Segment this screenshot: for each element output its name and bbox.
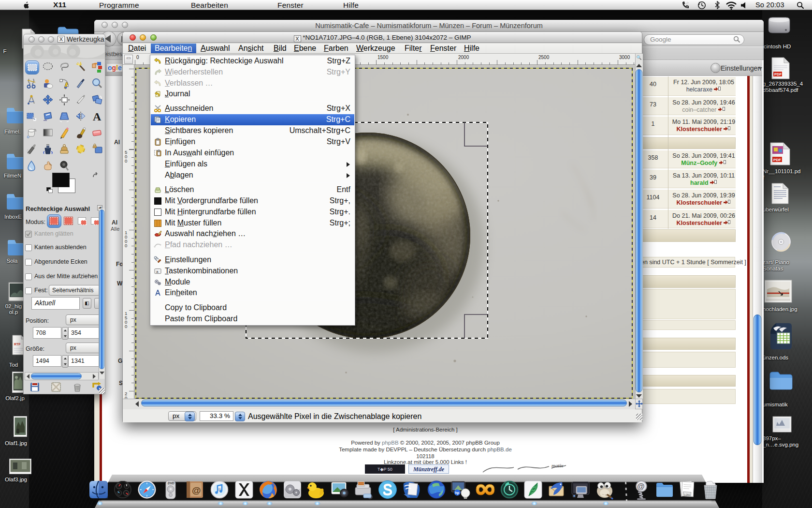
svg-text:RTF: RTF — [14, 343, 21, 346]
svg-text:matix: matix — [551, 463, 564, 468]
svg-text:DVD: DVD — [168, 481, 174, 485]
svg-text:a: a — [156, 269, 159, 274]
svg-text:LOG: LOG — [684, 493, 690, 497]
svg-text:PDF: PDF — [773, 158, 781, 162]
svg-text:A: A — [93, 110, 102, 123]
svg-text:PDF: PDF — [774, 72, 782, 76]
svg-text:@: @ — [192, 485, 201, 495]
svg-text:hp: hp — [455, 491, 460, 495]
svg-text:@: @ — [637, 482, 645, 491]
